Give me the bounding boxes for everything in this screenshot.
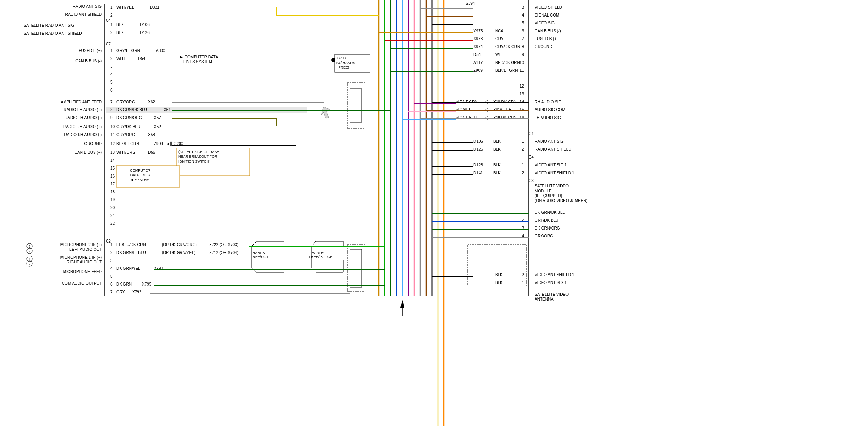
svg-text:IGNITION SWITCH): IGNITION SWITCH)	[178, 159, 210, 163]
svg-text:16: 16	[110, 174, 115, 178]
svg-text:3: 3	[522, 5, 524, 9]
svg-text:(IF EQUIPPED): (IF EQUIPPED)	[535, 194, 562, 198]
svg-text:FREE/UC1: FREE/UC1	[251, 255, 268, 259]
svg-text:D141: D141	[473, 171, 483, 175]
svg-text:AMPLIFIED ANT FEED: AMPLIFIED ANT FEED	[61, 100, 102, 104]
svg-text:8: 8	[522, 45, 524, 49]
svg-text:RADIO ANT SHIELD: RADIO ANT SHIELD	[65, 12, 102, 17]
svg-text:D55: D55	[148, 150, 155, 155]
svg-text:VIDEO ANT SHIELD 1: VIDEO ANT SHIELD 1	[535, 273, 574, 277]
svg-text:DK GRN/ORG: DK GRN/ORG	[535, 226, 560, 230]
svg-text:BLK: BLK	[493, 171, 501, 175]
svg-text:1: 1	[110, 5, 113, 9]
svg-text:A300: A300	[156, 49, 165, 53]
svg-text:FUSED B (+): FUSED B (+)	[79, 49, 102, 53]
svg-text:S394: S394	[466, 1, 475, 6]
svg-text:ANTENNA: ANTENNA	[535, 297, 554, 301]
svg-text:11: 11	[110, 133, 115, 137]
svg-text:17: 17	[110, 182, 115, 186]
svg-text:6: 6	[522, 29, 524, 33]
svg-text:RADIO ANT SIG: RADIO ANT SIG	[73, 4, 102, 9]
svg-text:X19  DK GRN: X19 DK GRN	[493, 116, 516, 120]
svg-text:5: 5	[110, 80, 113, 84]
svg-text:7: 7	[110, 100, 113, 104]
svg-text:4: 4	[522, 13, 524, 17]
svg-text:X916  LT BLU: X916 LT BLU	[493, 108, 516, 112]
svg-text:RADIO LH AUDIO (-): RADIO LH AUDIO (-)	[65, 116, 102, 120]
svg-text:MODULE: MODULE	[535, 189, 552, 193]
svg-text:BLK/LT GRN: BLK/LT GRN	[495, 68, 518, 73]
svg-text:X975: X975	[473, 29, 483, 33]
svg-text:RADIO LH AUDIO (+): RADIO LH AUDIO (+)	[64, 108, 102, 112]
svg-text:2: 2	[522, 147, 524, 151]
svg-text:1: 1	[110, 243, 113, 247]
svg-text:RED/DK GRN: RED/DK GRN	[495, 60, 520, 65]
svg-text:RIGHT AUDIO OUT: RIGHT AUDIO OUT	[67, 260, 102, 264]
svg-text:10: 10	[110, 125, 115, 129]
svg-text:COM AUDIO OUTPUT: COM AUDIO OUTPUT	[62, 281, 102, 286]
svg-text:RADIO ANT SHIELD: RADIO ANT SHIELD	[535, 147, 571, 151]
svg-text:D106: D106	[473, 139, 483, 144]
svg-text:5: 5	[522, 21, 524, 25]
svg-text:BLK: BLK	[495, 273, 503, 277]
svg-text:6: 6	[110, 282, 113, 286]
svg-text:C4: C4	[529, 155, 534, 159]
svg-text:21: 21	[110, 213, 115, 218]
svg-text:14: 14	[520, 100, 524, 104]
svg-text:GROUND: GROUND	[535, 45, 552, 49]
svg-text:VIDEO ANT SIG 1: VIDEO ANT SIG 1	[535, 163, 567, 167]
svg-text:BLK: BLK	[116, 22, 124, 27]
svg-text:CAN B BUS (+): CAN B BUS (+)	[75, 150, 102, 155]
svg-text:LT BLU/DK GRN: LT BLU/DK GRN	[116, 243, 146, 247]
svg-text:X722 (OR X703): X722 (OR X703)	[209, 243, 238, 247]
svg-text:2: 2	[28, 262, 30, 266]
svg-text:S203: S203	[337, 56, 346, 60]
svg-text:CAN B BUS (-): CAN B BUS (-)	[75, 59, 102, 63]
svg-text:(OR DK GRN/YEL): (OR DK GRN/YEL)	[162, 250, 195, 255]
svg-text:VIDEO SHIELD: VIDEO SHIELD	[535, 5, 562, 9]
svg-text:SIGNAL COM: SIGNAL COM	[535, 13, 559, 17]
svg-text:1: 1	[522, 163, 524, 167]
svg-text:WHT: WHT	[116, 56, 125, 61]
svg-text:15: 15	[110, 166, 115, 170]
svg-text:12: 12	[110, 142, 115, 146]
svg-text:7: 7	[522, 37, 524, 41]
svg-text:SATELLITE RADIO ANT SHIELD: SATELLITE RADIO ANT SHIELD	[24, 31, 82, 36]
svg-text:((: ((	[485, 116, 488, 120]
svg-text:RH AUDIO SIG: RH AUDIO SIG	[535, 100, 562, 104]
svg-text:13: 13	[520, 92, 524, 96]
svg-text:SATELLITE VIDEO: SATELLITE VIDEO	[535, 184, 569, 188]
svg-text:1: 1	[522, 280, 524, 285]
svg-text:WHT/YEL: WHT/YEL	[116, 5, 134, 9]
svg-text:VIO/LT BLU: VIO/LT BLU	[456, 116, 477, 120]
svg-text:WHT: WHT	[495, 52, 504, 57]
svg-text:5: 5	[110, 274, 113, 278]
svg-text:1: 1	[522, 139, 524, 144]
svg-text:X52: X52	[154, 125, 161, 129]
svg-text:GRY/ORG: GRY/ORG	[116, 100, 135, 104]
svg-text:◄ SYSTEM: ◄ SYSTEM	[130, 178, 149, 182]
svg-text:10: 10	[520, 60, 524, 65]
svg-text:Z909: Z909	[154, 142, 163, 146]
svg-text:3: 3	[110, 64, 113, 69]
svg-text:2: 2	[110, 56, 113, 61]
svg-text:CAN B BUS (-): CAN B BUS (-)	[535, 29, 561, 33]
svg-text:4: 4	[110, 72, 113, 77]
svg-text:D106: D106	[140, 22, 150, 27]
svg-text:BLK: BLK	[495, 280, 503, 285]
svg-text:GRY: GRY	[495, 37, 504, 41]
svg-text:X973: X973	[473, 37, 483, 41]
svg-text:1: 1	[110, 49, 113, 53]
svg-text:19: 19	[110, 198, 115, 202]
svg-text:20: 20	[110, 206, 115, 210]
svg-text:13: 13	[110, 150, 115, 155]
svg-text:2: 2	[522, 273, 524, 277]
svg-text:RADIO ANT SIG: RADIO ANT SIG	[535, 139, 564, 144]
svg-text:WHT/ORG: WHT/ORG	[116, 150, 136, 155]
svg-text:2: 2	[28, 249, 30, 253]
svg-text:MICROPHONE 1 IN (+): MICROPHONE 1 IN (+)	[60, 255, 102, 260]
svg-text:D126: D126	[140, 30, 150, 35]
svg-text:MICROPHONE 2 IN (+): MICROPHONE 2 IN (+)	[60, 243, 102, 247]
svg-text:SATELLITE RADIO ANT SIG: SATELLITE RADIO ANT SIG	[24, 23, 75, 28]
svg-text:BLK: BLK	[116, 30, 124, 35]
